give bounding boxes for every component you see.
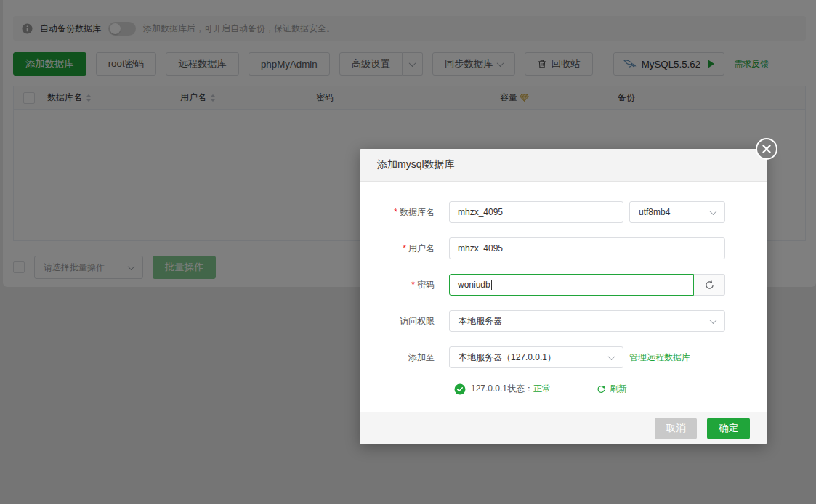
access-value: 本地服务器 — [459, 315, 502, 328]
db-name-input[interactable] — [449, 201, 623, 223]
server-status-row: 127.0.0.1状态： 正常 刷新 — [360, 383, 767, 395]
status-prefix: 127.0.0.1状态： — [471, 383, 533, 395]
regenerate-password-button[interactable] — [694, 274, 725, 296]
modal-title: 添加mysql数据库 — [377, 158, 455, 171]
chevron-down-icon — [710, 208, 717, 215]
refresh-label: 刷新 — [610, 383, 627, 395]
password-row: *密码 woniudb — [360, 274, 767, 296]
add-to-value: 本地服务器（127.0.0.1） — [459, 351, 556, 364]
password-value: woniudb — [458, 280, 490, 290]
access-select[interactable]: 本地服务器 — [449, 310, 725, 332]
password-input[interactable]: woniudb — [449, 274, 694, 296]
modal-close-button[interactable] — [756, 138, 777, 160]
check-circle-icon — [454, 383, 466, 395]
required-mark: * — [403, 243, 406, 253]
access-label: 访问权限 — [360, 315, 435, 328]
db-name-label: *数据库名 — [360, 206, 435, 219]
text-cursor — [491, 280, 492, 290]
username-row: *用户名 — [360, 237, 767, 259]
charset-select[interactable]: utf8mb4 — [629, 201, 725, 223]
add-mysql-database-modal: 添加mysql数据库 *数据库名 utf8mb4 *用户名 *密码 wo — [360, 149, 767, 444]
username-label: *用户名 — [360, 243, 435, 255]
manage-remote-db-link[interactable]: 管理远程数据库 — [629, 351, 690, 364]
add-to-select[interactable]: 本地服务器（127.0.0.1） — [449, 346, 623, 368]
charset-value: utf8mb4 — [639, 207, 670, 217]
add-to-label: 添加至 — [360, 351, 435, 364]
refresh-status-link[interactable]: 刷新 — [596, 383, 627, 395]
password-label: *密码 — [360, 279, 435, 291]
username-input[interactable] — [449, 237, 725, 259]
refresh-icon — [704, 280, 715, 290]
chevron-down-icon — [710, 317, 717, 324]
add-to-row: 添加至 本地服务器（127.0.0.1） 管理远程数据库 — [360, 346, 767, 368]
confirm-button[interactable]: 确定 — [707, 418, 750, 439]
refresh-icon — [596, 384, 606, 394]
status-value: 正常 — [533, 383, 551, 395]
modal-body: *数据库名 utf8mb4 *用户名 *密码 woniudb — [360, 182, 767, 412]
cancel-button[interactable]: 取消 — [655, 418, 698, 439]
db-name-row: *数据库名 utf8mb4 — [360, 201, 767, 223]
chevron-down-icon — [608, 353, 615, 360]
access-row: 访问权限 本地服务器 — [360, 310, 767, 332]
close-icon — [762, 144, 772, 154]
required-mark: * — [411, 280, 415, 290]
modal-header: 添加mysql数据库 — [360, 149, 767, 182]
required-mark: * — [394, 207, 397, 217]
modal-footer: 取消 确定 — [360, 412, 767, 444]
